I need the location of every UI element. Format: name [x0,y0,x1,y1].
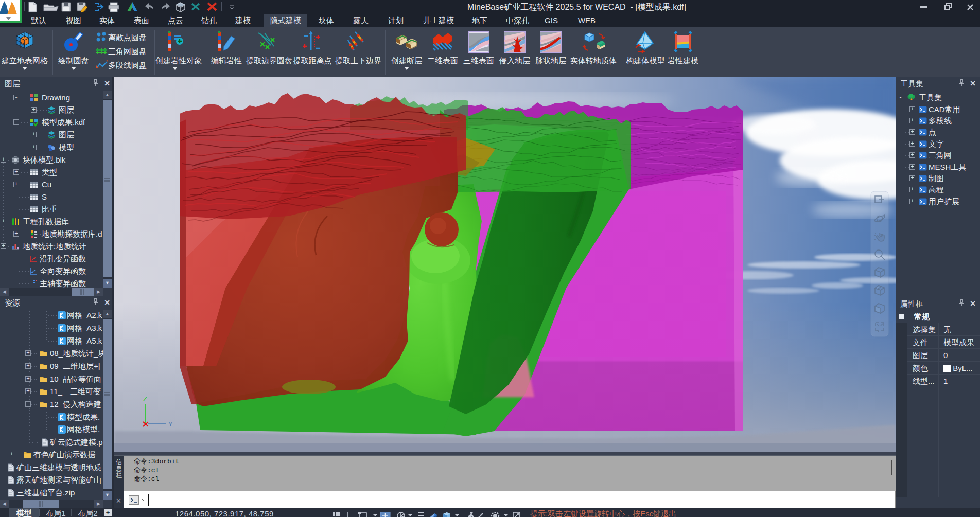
svg-text:Z: Z [143,395,147,403]
svg-text:Y: Y [168,420,173,428]
